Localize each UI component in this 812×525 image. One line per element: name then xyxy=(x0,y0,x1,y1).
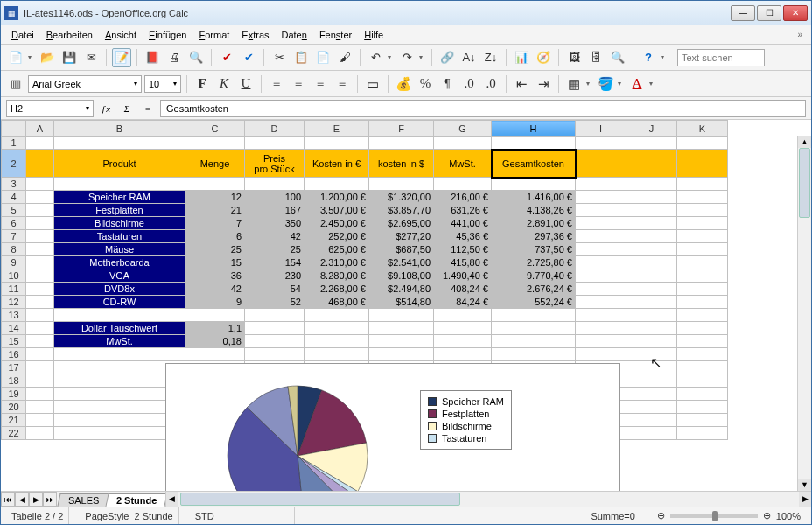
open-icon[interactable]: 📂 xyxy=(38,48,57,67)
cell-H9[interactable]: 2.725,80 € xyxy=(492,256,576,270)
cell-G8[interactable]: 112,50 € xyxy=(434,243,492,256)
cell-B9[interactable]: Motherboarda xyxy=(54,256,186,270)
cell-E11[interactable]: 2.268,00 € xyxy=(304,283,369,296)
maximize-button[interactable]: ☐ xyxy=(757,5,781,21)
col-header-D[interactable]: D xyxy=(245,121,304,136)
row-header-20[interactable]: 20 xyxy=(2,401,26,414)
cell-E9[interactable]: 2.310,00 € xyxy=(304,256,369,270)
cell-E4[interactable]: 1.200,00 € xyxy=(304,191,369,204)
sort-asc-icon[interactable]: A↓ xyxy=(459,48,479,67)
cell-E12[interactable]: 468,00 € xyxy=(304,296,369,309)
cell-F8[interactable]: $687,50 xyxy=(369,243,434,256)
cell-D6[interactable]: 350 xyxy=(245,217,304,230)
gallery-icon[interactable]: 🖼 xyxy=(564,48,584,67)
cell-C13[interactable] xyxy=(186,309,245,322)
zoom-in-icon[interactable]: ⊕ xyxy=(763,510,771,522)
row-header-19[interactable]: 19 xyxy=(2,388,26,401)
undo-dropdown[interactable]: ▾ xyxy=(388,53,395,61)
cell-A22[interactable] xyxy=(26,427,54,440)
cell-C4[interactable]: 12 xyxy=(186,191,245,204)
cell-E1[interactable] xyxy=(304,136,369,150)
number-std-icon[interactable]: ¶ xyxy=(438,74,457,94)
navigator-icon[interactable]: 🧭 xyxy=(534,48,553,67)
cell-E6[interactable]: 2.450,00 € xyxy=(304,217,369,230)
cell-F7[interactable]: $277,20 xyxy=(369,230,434,243)
cell-C9[interactable]: 15 xyxy=(186,256,245,270)
sheet-tab-2-stunde[interactable]: 2 Stunde xyxy=(106,494,169,507)
cell-H8[interactable]: 737,50 € xyxy=(492,243,576,256)
cell-A18[interactable] xyxy=(26,374,54,388)
cell-C5[interactable]: 21 xyxy=(186,204,245,217)
cell-J18[interactable] xyxy=(626,374,677,388)
formula-input[interactable] xyxy=(160,100,806,117)
cell-D12[interactable]: 52 xyxy=(245,296,304,309)
styles-icon[interactable]: ▥ xyxy=(6,74,25,94)
cell-D7[interactable]: 42 xyxy=(245,230,304,243)
cell-H10[interactable]: 9.770,40 € xyxy=(492,270,576,283)
cell-B16[interactable] xyxy=(54,348,186,361)
font-name-select[interactable]: Arial Greek▾ xyxy=(28,75,142,93)
cell-H3[interactable] xyxy=(492,178,576,191)
new-doc-icon[interactable]: 📄 xyxy=(6,48,25,67)
col-header-F[interactable]: F xyxy=(369,121,434,136)
cell-K19[interactable] xyxy=(677,388,728,401)
cell-H13[interactable] xyxy=(492,309,576,322)
cell-J20[interactable] xyxy=(626,401,677,414)
menu-fenster[interactable]: Fenster xyxy=(314,28,357,42)
cell-J17[interactable] xyxy=(626,361,677,374)
cell-A19[interactable] xyxy=(26,388,54,401)
cell-H7[interactable]: 297,36 € xyxy=(492,230,576,243)
cell-C12[interactable]: 9 xyxy=(186,296,245,309)
cell-B1[interactable] xyxy=(54,136,186,150)
cell-K1[interactable] xyxy=(677,136,728,150)
cell-J13[interactable] xyxy=(626,309,677,322)
cell-A20[interactable] xyxy=(26,401,54,414)
cell-C14[interactable]: 1,1 xyxy=(186,322,245,335)
zoom-value[interactable]: 100% xyxy=(776,511,801,522)
cell-F16[interactable] xyxy=(369,348,434,361)
cell-D1[interactable] xyxy=(245,136,304,150)
scroll-right-icon[interactable]: ▶ xyxy=(799,492,811,507)
cell-A13[interactable] xyxy=(26,309,54,322)
cell-C16[interactable] xyxy=(186,348,245,361)
cell-B7[interactable]: Tastaturen xyxy=(54,230,186,243)
search-input[interactable] xyxy=(677,49,765,66)
cell-G4[interactable]: 216,00 € xyxy=(434,191,492,204)
cell-K16[interactable] xyxy=(677,348,728,361)
cell-H1[interactable] xyxy=(492,136,576,150)
cell-B3[interactable] xyxy=(54,178,186,191)
underline-button[interactable]: U xyxy=(236,74,256,94)
bgcolor-icon[interactable]: 🪣 xyxy=(596,74,615,94)
row-header-11[interactable]: 11 xyxy=(2,283,26,296)
row-header-16[interactable]: 16 xyxy=(2,348,26,361)
header-cell-E[interactable]: Kosten in € xyxy=(304,150,369,178)
row-header-4[interactable]: 4 xyxy=(2,191,26,204)
cell-K13[interactable] xyxy=(677,309,728,322)
header-cell-H[interactable]: Gesamtkosten xyxy=(492,150,576,178)
cell-G3[interactable] xyxy=(434,178,492,191)
row-header-15[interactable]: 15 xyxy=(2,335,26,348)
header-cell-D[interactable]: Preispro Stück xyxy=(245,150,304,178)
cell-C7[interactable]: 6 xyxy=(186,230,245,243)
col-header-B[interactable]: B xyxy=(54,121,186,136)
cell-J21[interactable] xyxy=(626,414,677,427)
cell-K21[interactable] xyxy=(677,414,728,427)
bgcolor-dropdown[interactable]: ▾ xyxy=(618,80,625,88)
add-decimal-icon[interactable]: .0 xyxy=(459,74,479,94)
cell-F4[interactable]: $1.320,00 xyxy=(369,191,434,204)
cell-F10[interactable]: $9.108,00 xyxy=(369,270,434,283)
cell-I1[interactable] xyxy=(576,136,626,150)
cell-F1[interactable] xyxy=(369,136,434,150)
col-header-H[interactable]: H xyxy=(492,121,576,136)
row-header-8[interactable]: 8 xyxy=(2,243,26,256)
cell-K20[interactable] xyxy=(677,401,728,414)
cell-C3[interactable] xyxy=(186,178,245,191)
row-header-21[interactable]: 21 xyxy=(2,414,26,427)
col-header-G[interactable]: G xyxy=(434,121,492,136)
tab-last-icon[interactable]: ⏭ xyxy=(43,492,57,507)
cell-C1[interactable] xyxy=(186,136,245,150)
cell-E13[interactable] xyxy=(304,309,369,322)
redo-dropdown[interactable]: ▾ xyxy=(419,53,426,61)
col-header-C[interactable]: C xyxy=(186,121,245,136)
cell-E16[interactable] xyxy=(304,348,369,361)
